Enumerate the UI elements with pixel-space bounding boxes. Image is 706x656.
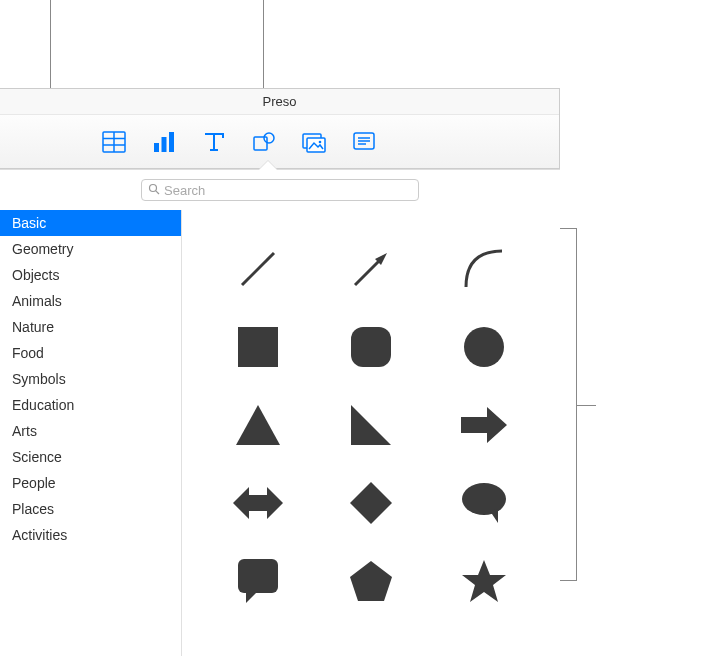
popover-body: BasicGeometryObjectsAnimalsNatureFoodSym… — [0, 210, 560, 656]
shape-arrow-right[interactable] — [454, 395, 514, 455]
toolbar — [0, 115, 559, 169]
svg-line-18 — [242, 253, 274, 285]
search-box[interactable] — [141, 179, 419, 201]
sidebar-item-label: Science — [12, 449, 62, 465]
svg-rect-4 — [154, 143, 159, 152]
svg-marker-32 — [246, 591, 258, 603]
table-icon — [102, 131, 126, 153]
svg-marker-24 — [236, 405, 280, 445]
search-row — [0, 170, 560, 210]
svg-rect-5 — [162, 137, 167, 152]
callout-line — [559, 228, 576, 229]
sidebar-item-food[interactable]: Food — [0, 340, 181, 366]
shape-curve[interactable] — [454, 239, 514, 299]
sidebar-item-animals[interactable]: Animals — [0, 288, 181, 314]
shape-circle[interactable] — [454, 317, 514, 377]
svg-marker-28 — [350, 482, 392, 524]
sidebar-item-label: Activities — [12, 527, 67, 543]
text-button[interactable] — [200, 128, 228, 156]
sidebar-item-label: Education — [12, 397, 74, 413]
sidebar-item-label: Places — [12, 501, 54, 517]
shape-triangle[interactable] — [228, 395, 288, 455]
sidebar-item-education[interactable]: Education — [0, 392, 181, 418]
shape-diamond[interactable] — [341, 473, 401, 533]
svg-marker-25 — [351, 405, 391, 445]
shape-square[interactable] — [228, 317, 288, 377]
comment-icon — [352, 131, 376, 153]
chart-button[interactable] — [150, 128, 178, 156]
shape-icon — [252, 131, 276, 153]
shape-speech-bubble[interactable] — [454, 473, 514, 533]
category-sidebar: BasicGeometryObjectsAnimalsNatureFoodSym… — [0, 210, 182, 656]
shape-star[interactable] — [454, 551, 514, 611]
shape-pentagon[interactable] — [341, 551, 401, 611]
shape-right-triangle[interactable] — [341, 395, 401, 455]
sidebar-item-label: Animals — [12, 293, 62, 309]
svg-rect-22 — [351, 327, 391, 367]
sidebar-item-label: Symbols — [12, 371, 66, 387]
sidebar-item-nature[interactable]: Nature — [0, 314, 181, 340]
svg-rect-6 — [169, 132, 174, 152]
svg-point-29 — [462, 483, 506, 515]
svg-rect-31 — [238, 559, 278, 593]
sidebar-item-activities[interactable]: Activities — [0, 522, 181, 548]
shape-arrow-line[interactable] — [341, 239, 401, 299]
media-icon — [302, 131, 326, 153]
sidebar-item-people[interactable]: People — [0, 470, 181, 496]
shape-rounded-square[interactable] — [341, 317, 401, 377]
sidebar-item-label: Food — [12, 345, 44, 361]
comment-button[interactable] — [350, 128, 378, 156]
sidebar-item-label: Basic — [12, 215, 46, 231]
sidebar-item-label: Geometry — [12, 241, 73, 257]
svg-marker-27 — [233, 487, 283, 519]
svg-marker-26 — [461, 407, 507, 443]
sidebar-item-objects[interactable]: Objects — [0, 262, 181, 288]
svg-marker-33 — [350, 561, 392, 601]
window-title: Preso — [263, 94, 297, 109]
callout-line — [559, 580, 576, 581]
svg-line-17 — [156, 190, 159, 193]
search-input[interactable] — [164, 183, 412, 198]
callout-line — [576, 405, 596, 406]
search-icon — [148, 183, 160, 198]
sidebar-item-geometry[interactable]: Geometry — [0, 236, 181, 262]
text-icon — [203, 131, 225, 153]
sidebar-item-science[interactable]: Science — [0, 444, 181, 470]
app-window: Preso — [0, 88, 560, 656]
shapes-popover: BasicGeometryObjectsAnimalsNatureFoodSym… — [0, 169, 560, 656]
shape-button[interactable] — [250, 128, 278, 156]
svg-marker-30 — [490, 509, 498, 523]
shape-callout-square[interactable] — [228, 551, 288, 611]
sidebar-item-label: People — [12, 475, 56, 491]
svg-rect-21 — [238, 327, 278, 367]
sidebar-item-label: Nature — [12, 319, 54, 335]
media-button[interactable] — [300, 128, 328, 156]
svg-point-8 — [264, 133, 274, 143]
table-button[interactable] — [100, 128, 128, 156]
sidebar-item-label: Objects — [12, 267, 59, 283]
popover-arrow — [258, 160, 278, 170]
svg-rect-7 — [254, 137, 267, 150]
sidebar-item-basic[interactable]: Basic — [0, 210, 181, 236]
sidebar-item-label: Arts — [12, 423, 37, 439]
shape-line[interactable] — [228, 239, 288, 299]
shape-arrow-left-right[interactable] — [228, 473, 288, 533]
sidebar-item-symbols[interactable]: Symbols — [0, 366, 181, 392]
shapes-grid — [182, 210, 560, 656]
chart-icon — [152, 131, 176, 153]
svg-point-23 — [464, 327, 504, 367]
titlebar: Preso — [0, 89, 559, 115]
svg-point-16 — [150, 184, 157, 191]
sidebar-item-arts[interactable]: Arts — [0, 418, 181, 444]
svg-point-11 — [319, 140, 322, 143]
sidebar-item-places[interactable]: Places — [0, 496, 181, 522]
svg-marker-34 — [462, 560, 506, 602]
